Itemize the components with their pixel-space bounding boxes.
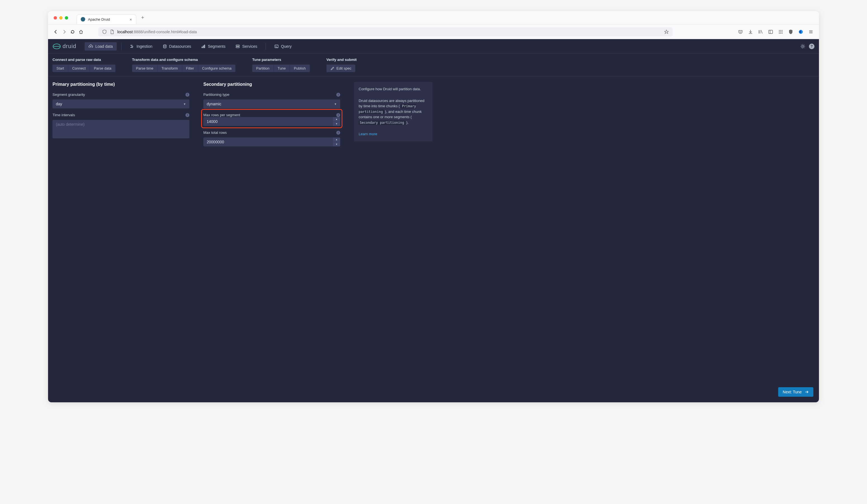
document-icon: [110, 30, 114, 34]
logo-text: druid: [63, 43, 76, 50]
maxrows-label: Max rows per segment: [203, 113, 240, 117]
partitioning-type-select[interactable]: dynamic ▼: [203, 99, 340, 108]
nav-datasources[interactable]: Datasources: [159, 42, 195, 51]
svg-rect-0: [769, 30, 773, 33]
info-icon[interactable]: i: [185, 93, 189, 97]
info-icon[interactable]: i: [336, 131, 340, 135]
settings-icon[interactable]: [800, 44, 805, 49]
window-close-button[interactable]: [54, 16, 57, 20]
svg-point-6: [782, 31, 783, 32]
reload-button[interactable]: [71, 30, 75, 34]
home-button[interactable]: [79, 30, 83, 34]
help-panel: Configure how Druid will partition data.…: [354, 82, 432, 141]
pocket-icon[interactable]: [738, 29, 743, 34]
info-icon[interactable]: i: [185, 113, 189, 117]
bars-icon: [201, 44, 206, 49]
browser-title-bar: Apache Druid × +: [48, 11, 819, 24]
nav-segments[interactable]: Segments: [197, 42, 229, 51]
step-filter[interactable]: Filter: [182, 65, 198, 72]
browser-tab[interactable]: Apache Druid ×: [76, 14, 136, 24]
svg-rect-13: [202, 47, 203, 48]
toolbar-right: [738, 29, 813, 34]
intervals-label: Time intervals: [53, 113, 75, 117]
spinner-down-icon[interactable]: ▼: [333, 142, 340, 147]
spinner-up-icon[interactable]: ▲: [333, 117, 340, 122]
granularity-select[interactable]: day ▼: [53, 99, 189, 108]
steps-bar: Connect and parse raw data Start Connect…: [48, 54, 819, 76]
spinner-up-icon[interactable]: ▲: [333, 138, 340, 142]
menu-icon[interactable]: [809, 29, 813, 34]
step-group-tune: Tune parameters Partition Tune Publish: [252, 57, 310, 72]
svg-point-3: [782, 30, 783, 31]
step-tune[interactable]: Tune: [274, 65, 290, 72]
forward-button[interactable]: [62, 30, 66, 34]
new-tab-button[interactable]: +: [141, 15, 144, 21]
info-icon[interactable]: i: [336, 93, 340, 97]
step-parse-time[interactable]: Parse time: [132, 65, 158, 72]
server-icon: [235, 44, 240, 49]
cloud-upload-icon: [88, 44, 93, 49]
secondary-title: Secondary partitioning: [203, 82, 340, 87]
nav-services[interactable]: Services: [232, 42, 261, 51]
svg-point-19: [802, 45, 804, 47]
druid-logo[interactable]: druid: [53, 43, 76, 50]
ublock-icon[interactable]: [788, 29, 793, 34]
browser-toolbar: localhost:8888/unified-console.html#load…: [48, 24, 819, 39]
primary-title: Primary partitioning (by time): [53, 82, 189, 87]
druid-logo-icon: [53, 43, 61, 50]
url-bar[interactable]: localhost:8888/unified-console.html#load…: [98, 28, 673, 36]
svg-point-2: [780, 30, 781, 31]
step-configure-schema[interactable]: Configure schema: [198, 65, 236, 72]
caret-down-icon: ▼: [183, 103, 186, 106]
caret-down-icon: ▼: [334, 103, 337, 106]
nav-divider: [266, 43, 266, 50]
svg-rect-14: [203, 45, 204, 48]
svg-point-9: [782, 33, 783, 33]
info-icon[interactable]: i: [336, 113, 340, 117]
learn-more-link[interactable]: Learn more: [358, 131, 428, 137]
next-button[interactable]: Next: Tune: [778, 387, 813, 397]
bookmark-icon[interactable]: [664, 30, 669, 34]
step-group-transform: Transform data and configure schema Pars…: [132, 57, 235, 72]
console-icon: [274, 44, 279, 49]
tab-favicon: [81, 17, 85, 22]
grid-icon[interactable]: [778, 29, 783, 34]
primary-partitioning-section: Primary partitioning (by time) Segment g…: [53, 82, 189, 147]
intervals-textarea[interactable]: (auto determine): [53, 120, 189, 138]
extension-icon[interactable]: [798, 29, 803, 34]
window-maximize-button[interactable]: [65, 16, 68, 20]
step-parse-data[interactable]: Parse data: [90, 65, 115, 72]
svg-point-8: [780, 33, 781, 33]
step-publish[interactable]: Publish: [290, 65, 310, 72]
nav-query[interactable]: Query: [270, 42, 296, 51]
type-label: Partitioning type: [203, 93, 229, 97]
secondary-partitioning-section: Secondary partitioning Partitioning type…: [203, 82, 340, 147]
maxrows-input[interactable]: 14000: [203, 117, 333, 126]
content-area: Primary partitioning (by time) Segment g…: [48, 76, 819, 152]
spinner-down-icon[interactable]: ▼: [333, 122, 340, 126]
step-transform[interactable]: Transform: [158, 65, 182, 72]
svg-rect-15: [204, 45, 205, 48]
maxtotal-label: Max total rows: [203, 130, 227, 135]
step-edit-spec[interactable]: Edit spec: [327, 65, 355, 72]
maxtotal-input[interactable]: 20000000: [203, 138, 333, 147]
svg-rect-16: [236, 45, 239, 46]
library-icon[interactable]: [758, 29, 763, 34]
url-text: localhost:8888/unified-console.html#load…: [117, 30, 197, 34]
close-tab-button[interactable]: ×: [130, 17, 132, 22]
svg-point-12: [163, 45, 166, 46]
download-icon[interactable]: [748, 29, 753, 34]
step-connect[interactable]: Connect: [68, 65, 90, 72]
nav-load-data[interactable]: Load data: [85, 42, 117, 51]
step-start[interactable]: Start: [53, 65, 68, 72]
step-partition[interactable]: Partition: [252, 65, 274, 72]
back-button[interactable]: [54, 30, 58, 34]
sidebar-icon[interactable]: [768, 29, 773, 34]
window-minimize-button[interactable]: [59, 16, 63, 20]
help-icon[interactable]: ?: [809, 44, 814, 49]
help-text-2: Druid datasources are always partitioned…: [358, 98, 428, 126]
step-group-connect: Connect and parse raw data Start Connect…: [53, 57, 115, 72]
nav-ingestion[interactable]: Ingestion: [126, 42, 157, 51]
app-nav: druid Load data Ingestion Datasources: [48, 39, 819, 54]
tab-title: Apache Druid: [88, 17, 110, 22]
